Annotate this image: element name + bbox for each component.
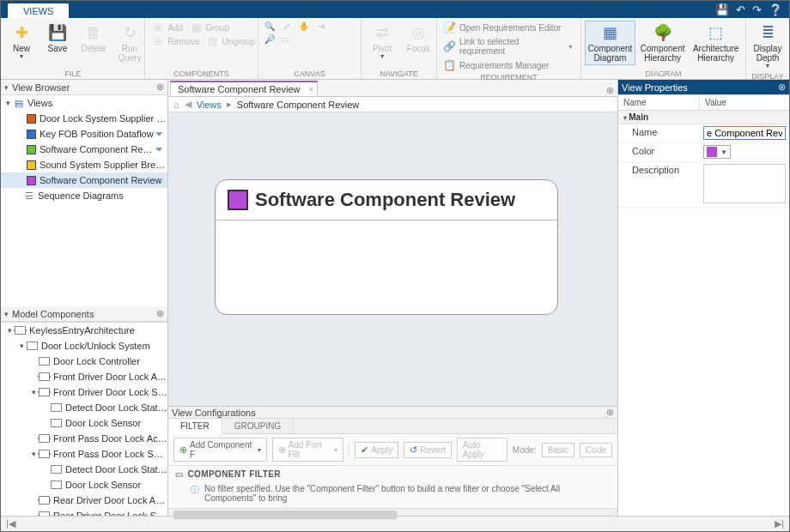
architecture-hierarchy-button[interactable]: ⬚ Architecture Hierarchy	[690, 21, 742, 65]
ribbon-group-navigate: NAVIGATE	[365, 69, 433, 79]
model-tree-item[interactable]: Rear Driver Door Lock Actuator	[1, 493, 167, 508]
run-query-button[interactable]: ↻ Run Query	[112, 21, 147, 65]
requirements-manager[interactable]: 📋Requirements Manager	[441, 58, 553, 72]
model-tree-item[interactable]: Door Lock Sensor	[1, 415, 167, 431]
filter-section-icon: ▭	[175, 469, 183, 479]
focus-button[interactable]: ◎ Focus	[401, 21, 435, 56]
model-components-tree[interactable]: ▾KeylessEntryArchitecture▾Door Lock/Unlo…	[1, 322, 167, 516]
save-button[interactable]: 💾 Save	[40, 21, 75, 56]
view-item[interactable]: Door Lock System Supplier Br...	[1, 111, 167, 126]
tree-root-views[interactable]: ▾ ▤ Views	[1, 95, 167, 111]
component-icon	[39, 372, 50, 381]
no-filter-message: ⓘ No filter specified. Use the "Componen…	[175, 479, 611, 505]
view-item[interactable]: Sound System Supplier Break...	[1, 157, 167, 172]
ruler-icon[interactable]: ⇥	[313, 21, 329, 32]
prop-color-picker[interactable]: ▼	[703, 145, 731, 159]
view-browser-tree[interactable]: ▾ ▤ Views Door Lock System Supplier Br..…	[1, 95, 167, 306]
component-box[interactable]: Software Component Review	[215, 179, 558, 315]
add-port-icon: ⊕	[278, 444, 286, 456]
revert-button[interactable]: ↺Revert	[404, 442, 451, 458]
link-icon: 🔗	[444, 40, 456, 52]
prop-description-input[interactable]	[703, 164, 786, 203]
mode-basic-button[interactable]: Basic	[542, 443, 574, 457]
collapse-icon[interactable]: ▾	[4, 83, 9, 92]
close-icon[interactable]: ⊗	[156, 308, 164, 319]
crumb-root[interactable]: Views	[197, 100, 222, 110]
group-button[interactable]: ▦Group	[186, 21, 233, 34]
component-hierarchy-button[interactable]: 🌳 Component Hierarchy	[637, 21, 688, 65]
close-icon[interactable]: ⊗	[156, 82, 164, 93]
prop-name-input[interactable]	[703, 126, 786, 140]
remove-component-button[interactable]: ⊖Remove	[149, 34, 203, 48]
redo-icon[interactable]: ↷	[752, 3, 762, 16]
new-button[interactable]: ✚ New▼	[4, 21, 39, 62]
property-grid: Name Value Main Name Color ▼ Description	[618, 95, 789, 516]
view-item[interactable]: Key FOB Position Dataflow⏷	[1, 126, 167, 142]
model-tree-item[interactable]: ▾Front Driver Door Lock Sensor	[1, 384, 167, 400]
document-tab[interactable]: Software Component Review ×	[170, 81, 318, 96]
crumb-leaf: Software Component Review	[237, 100, 359, 110]
model-item-label: Rear Driver Door Lock Actuator	[53, 495, 167, 505]
view-item[interactable]: Software Component Revi...⏷	[1, 142, 167, 157]
focus-icon: ◎	[409, 23, 428, 42]
model-tree-item[interactable]: Door Lock Controller	[1, 354, 167, 369]
model-tree-item[interactable]: Rear Driver Door Lock Sensor	[1, 508, 167, 516]
model-tree-item[interactable]: Detect Door Lock Status	[1, 400, 167, 415]
home-icon[interactable]: ⌂	[173, 100, 179, 110]
zoom-in-icon[interactable]: 🔍	[262, 21, 277, 32]
mode-code-button[interactable]: Code	[580, 443, 612, 457]
close-icon[interactable]: ⊗	[606, 407, 614, 418]
panel-menu-icon[interactable]: ⊗	[606, 85, 614, 96]
tab-filter[interactable]: FILTER	[168, 419, 222, 434]
view-item[interactable]: Software Component Review	[1, 172, 167, 188]
close-tab-icon[interactable]: ×	[308, 84, 313, 94]
component-diagram-icon: ▦	[600, 23, 619, 42]
undo-icon[interactable]: ↶	[736, 3, 745, 16]
model-tree-item[interactable]: Front Pass Door Lock Actuator	[1, 431, 167, 446]
delete-button[interactable]: 🗑 Delete	[76, 21, 111, 56]
ungroup-button[interactable]: ▧Ungroup	[204, 34, 258, 48]
fit-icon[interactable]: ⤢	[279, 21, 295, 32]
model-tree-item[interactable]: Door Lock Sensor	[1, 477, 167, 493]
model-item-label: Front Driver Door Lock Actuator	[53, 372, 167, 382]
prop-description-label: Description	[618, 162, 700, 178]
add-component-button[interactable]: ⊕Add	[149, 21, 186, 34]
model-tree-item[interactable]: Detect Door Lock Status	[1, 462, 167, 477]
horizontal-scrollbar[interactable]	[168, 508, 617, 516]
tree-sequence-diagrams[interactable]: ☰ Sequence Diagrams	[1, 188, 167, 203]
select-icon[interactable]: ▭	[277, 33, 293, 45]
collapse-icon[interactable]: ▾	[4, 310, 9, 318]
expander-icon[interactable]: ▾	[16, 342, 27, 350]
diagram-canvas[interactable]: Software Component Review	[168, 112, 617, 406]
app-tab-views[interactable]: VIEWS	[8, 3, 69, 18]
model-tree-item[interactable]: Front Driver Door Lock Actuator	[1, 369, 167, 384]
color-swatch-icon	[707, 147, 717, 157]
component-diagram-button[interactable]: ▦ Component Diagram	[585, 21, 635, 65]
nav-right-icon[interactable]: ▶|	[775, 518, 784, 529]
remove-icon: ⊖	[152, 35, 164, 47]
nav-left-icon[interactable]: |◀	[6, 518, 15, 529]
display-depth-button[interactable]: ≣ Display Depth▼	[750, 21, 786, 71]
pan-icon[interactable]: ✋	[296, 21, 312, 32]
add-component-filter-button[interactable]: ⊕Add Component F▾	[173, 438, 267, 462]
component-icon	[39, 496, 50, 505]
ribbon: ✚ New▼ 💾 Save 🗑 Delete ↻ Run Query FILE …	[1, 18, 789, 80]
zoom-out-icon[interactable]: 🔎	[262, 33, 277, 45]
link-selected-requirement[interactable]: 🔗Link to selected requirement▼	[441, 36, 577, 57]
pivot-button[interactable]: ⇄ Pivot▼	[365, 21, 399, 62]
add-port-filter-button[interactable]: ⊕Add Port Filt▾	[272, 438, 344, 462]
tab-grouping[interactable]: GROUPING	[222, 419, 294, 433]
prop-category-main[interactable]: Main	[618, 111, 789, 124]
model-item-label: Detect Door Lock Status	[65, 402, 167, 413]
auto-apply-button[interactable]: Auto Apply	[457, 438, 507, 462]
model-tree-item[interactable]: ▾Front Pass Door Lock Sensor	[1, 446, 167, 462]
help-icon[interactable]: ❔	[769, 3, 782, 16]
close-icon[interactable]: ⊗	[778, 82, 786, 93]
view-item-label: Door Lock System Supplier Br...	[40, 113, 167, 124]
open-requirements-editor[interactable]: 📝Open Requirements Editor	[441, 21, 564, 34]
save-quick-icon[interactable]: 💾	[715, 3, 729, 16]
model-tree-item[interactable]: ▾Door Lock/Unlock System	[1, 338, 167, 354]
component-icon	[51, 419, 62, 427]
model-tree-item[interactable]: ▾KeylessEntryArchitecture	[1, 323, 167, 338]
apply-button[interactable]: ✔Apply	[355, 442, 398, 458]
